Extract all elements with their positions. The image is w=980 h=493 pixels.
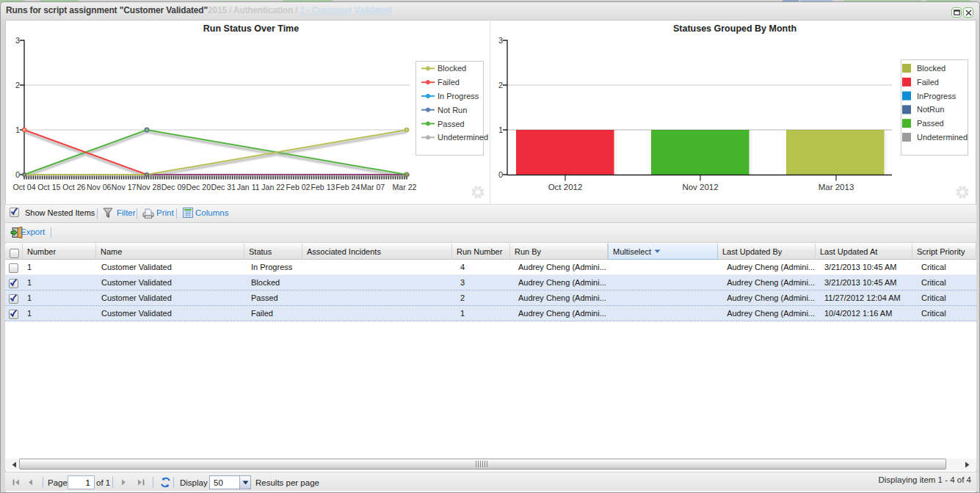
svg-text:Blocked: Blocked [917,64,945,73]
svg-text:Blocked: Blocked [438,64,466,73]
svg-text:Oct 2012: Oct 2012 [548,183,583,191]
svg-text:Jan 11: Jan 11 [237,183,260,191]
svg-text:Undetermined: Undetermined [917,133,968,142]
svg-text:3: 3 [498,36,503,45]
svg-text:Nov 2012: Nov 2012 [682,183,718,191]
svg-text:Nov 28: Nov 28 [137,183,161,191]
svg-text:Mar 2013: Mar 2013 [819,183,854,191]
svg-text:Feb 24: Feb 24 [335,183,360,191]
svg-text:Nov 06: Nov 06 [87,183,112,191]
svg-text:Failed: Failed [917,78,939,87]
svg-text:Dec 20: Dec 20 [186,183,211,191]
svg-text:Dec 31: Dec 31 [211,183,236,191]
svg-text:Oct 26: Oct 26 [62,183,85,191]
svg-text:Mar 22: Mar 22 [393,183,417,191]
svg-text:Nov 17: Nov 17 [112,183,137,191]
svg-text:Failed: Failed [438,78,460,87]
svg-text:Passed: Passed [917,119,944,128]
svg-text:InProgress: InProgress [917,92,957,101]
svg-text:Run Status Over Time: Run Status Over Time [203,23,299,34]
svg-text:Dec 09: Dec 09 [161,183,186,191]
svg-text:Oct 15: Oct 15 [37,183,60,191]
svg-text:Jan 22: Jan 22 [261,183,285,191]
svg-text:Oct 04: Oct 04 [12,183,35,191]
svg-text:Passed: Passed [438,120,465,128]
svg-text:3: 3 [15,36,20,45]
svg-text:2: 2 [498,81,503,90]
svg-text:1: 1 [15,125,20,134]
svg-text:In Progress: In Progress [438,92,479,101]
svg-text:0: 0 [498,170,503,179]
svg-text:0: 0 [15,170,20,179]
svg-text:Feb 13: Feb 13 [311,183,335,191]
svg-text:2: 2 [15,81,20,90]
svg-text:NotRun: NotRun [917,105,944,114]
svg-text:Mar 07: Mar 07 [360,183,385,191]
svg-text:Undetermined: Undetermined [438,133,488,142]
svg-text:1: 1 [498,125,503,134]
svg-text:Statuses Grouped By Month: Statuses Grouped By Month [673,23,796,34]
svg-text:Not Run: Not Run [438,106,467,114]
svg-text:Feb 02: Feb 02 [286,183,311,191]
